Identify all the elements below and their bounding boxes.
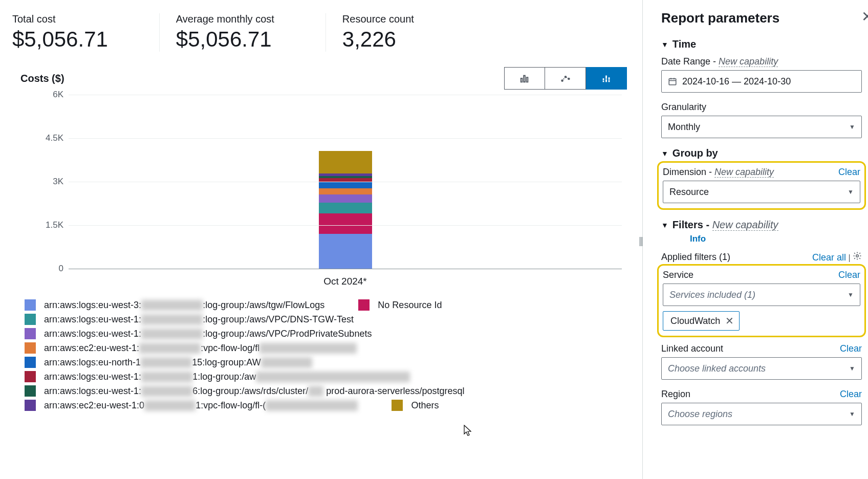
kpi-value: $5,056.71	[176, 27, 274, 52]
legend-swatch	[25, 328, 36, 339]
legend-item[interactable]: arn:aws:logs:eu-west-1:##########6:log-g…	[25, 385, 627, 397]
kpi-row: Total cost $5,056.71 Average monthly cos…	[12, 13, 627, 52]
legend-label: arn:aws:logs:eu-west-3:############:log-…	[44, 300, 324, 311]
chevron-down-icon: ▼	[848, 188, 854, 195]
legend-label: arn:aws:logs:eu-west-1:############:log-…	[44, 314, 354, 325]
legend-swatch	[25, 371, 36, 382]
dimension-highlight: Dimension - New capability Clear Resourc…	[657, 161, 866, 210]
legend-item[interactable]: arn:aws:logs:eu-north-1##########15:log-…	[25, 357, 627, 368]
service-select[interactable]: Services included (1) ▼	[663, 284, 860, 306]
kpi-avg-monthly: Average monthly cost $5,056.71	[159, 13, 305, 52]
svg-rect-9	[605, 79, 607, 82]
calendar-icon	[668, 77, 677, 86]
clear-all-link[interactable]: Clear all	[812, 252, 846, 263]
svg-rect-12	[669, 79, 676, 85]
chevron-down-icon: ▼	[849, 123, 855, 130]
granularity-label: Granularity	[661, 102, 706, 113]
bar-segment[interactable]	[319, 234, 372, 269]
legend-swatch	[25, 299, 36, 311]
legend-item[interactable]: Others	[392, 400, 439, 411]
chevron-down-icon: ▼	[849, 365, 855, 372]
date-range-label: Date Range - New capability	[661, 56, 778, 67]
chart-type-toggle	[504, 67, 627, 90]
grid-line	[69, 182, 622, 182]
legend-label: arn:aws:ec2:eu-west-1:############:vpc-f…	[44, 343, 357, 354]
kpi-value: 3,226	[342, 27, 414, 52]
legend-item[interactable]: arn:aws:ec2:eu-west-1:############:vpc-f…	[25, 342, 627, 354]
dimension-clear-link[interactable]: Clear	[838, 167, 860, 178]
report-parameters-panel: ǁ ✕ Report parameters ▼ Time Date Range …	[643, 0, 868, 479]
kpi-total-cost: Total cost $5,056.71	[12, 13, 139, 52]
legend-item[interactable]: arn:aws:logs:eu-west-1:############:log-…	[25, 328, 627, 339]
legend-swatch	[392, 400, 403, 411]
service-label: Service	[663, 270, 693, 280]
main-panel: Total cost $5,056.71 Average monthly cos…	[0, 0, 643, 479]
legend-swatch	[25, 314, 36, 325]
chevron-down-icon: ▼	[661, 221, 668, 229]
svg-rect-7	[602, 81, 604, 82]
region-clear-link[interactable]: Clear	[840, 389, 862, 400]
bar-segment[interactable]	[319, 188, 372, 194]
legend-item[interactable]: arn:aws:logs:eu-west-3:############:log-…	[25, 299, 627, 311]
svg-point-13	[856, 255, 859, 257]
service-highlight: Service Clear Services included (1) ▼ Cl…	[657, 264, 866, 337]
grid-line	[69, 95, 622, 95]
bar-segment[interactable]	[319, 194, 372, 203]
bar-segment[interactable]	[319, 182, 372, 188]
applied-filters-label: Applied filters (1)	[661, 252, 730, 263]
gear-icon[interactable]	[853, 251, 862, 260]
cursor-icon	[464, 425, 473, 440]
chevron-down-icon: ▼	[848, 291, 854, 298]
linked-account-select[interactable]: Choose linked accounts ▼	[661, 357, 862, 380]
legend-label: arn:aws:logs:eu-north-1##########15:log-…	[44, 357, 312, 368]
y-tick: 1.5K	[46, 220, 63, 230]
svg-rect-6	[602, 78, 604, 80]
y-tick: 3K	[53, 177, 63, 187]
groupby-section-toggle[interactable]: ▼ Group by	[661, 147, 862, 159]
y-tick: 6K	[53, 90, 63, 100]
kpi-value: $5,056.71	[12, 27, 108, 52]
legend-item[interactable]: No Resource Id	[358, 299, 442, 311]
svg-rect-1	[524, 76, 525, 82]
legend-swatch	[25, 385, 36, 397]
stacked-bar-chart-icon	[601, 73, 612, 84]
remove-chip-icon[interactable]: ✕	[725, 315, 734, 327]
bar-chart-icon	[519, 73, 530, 84]
legend-item[interactable]: arn:aws:logs:eu-west-1:############:log-…	[25, 314, 627, 325]
legend-label: arn:aws:logs:eu-west-1:##########1:log-g…	[44, 372, 410, 382]
stacked-bar[interactable]	[319, 151, 372, 269]
linked-account-label: Linked account	[661, 343, 723, 354]
service-clear-link[interactable]: Clear	[838, 270, 860, 280]
dimension-select[interactable]: Resource ▼	[663, 181, 860, 203]
service-chip-cloudwatch: CloudWatch ✕	[663, 311, 740, 331]
legend-item[interactable]: arn:aws:logs:eu-west-1:##########1:log-g…	[25, 371, 627, 382]
legend-swatch	[25, 400, 36, 411]
bar-segment[interactable]	[319, 203, 372, 214]
time-section-toggle[interactable]: ▼ Time	[661, 38, 862, 50]
region-select[interactable]: Choose regions ▼	[661, 403, 862, 425]
date-range-input[interactable]: 2024-10-16 — 2024-10-30	[661, 70, 862, 93]
bar-segment[interactable]	[319, 151, 372, 173]
bar-chart-button[interactable]	[504, 67, 545, 90]
y-tick: 0	[59, 264, 63, 274]
close-icon[interactable]: ✕	[861, 8, 868, 25]
legend-swatch	[358, 299, 370, 311]
region-label: Region	[661, 389, 690, 400]
kpi-label: Resource count	[342, 13, 414, 25]
legend-label: Others	[411, 400, 439, 411]
legend-item[interactable]: arn:aws:ec2:eu-west-1:0##########1:vpc-f…	[25, 400, 627, 411]
filters-section-toggle[interactable]: ▼ Filters - New capability	[661, 219, 862, 231]
line-chart-button[interactable]	[545, 67, 586, 90]
chart: 01.5K3K4.5K6K Oct 2024*	[38, 95, 622, 289]
collapse-handle[interactable]: ǁ	[639, 235, 644, 247]
bar-segment[interactable]	[319, 213, 372, 234]
legend-swatch	[25, 357, 36, 368]
stacked-bar-chart-button[interactable]	[586, 67, 627, 90]
legend-label: No Resource Id	[378, 300, 442, 311]
panel-title: Report parameters	[661, 10, 862, 26]
granularity-select[interactable]: Monthly ▼	[661, 116, 862, 138]
kpi-label: Total cost	[12, 13, 108, 25]
legend: arn:aws:logs:eu-west-3:############:log-…	[12, 299, 627, 411]
linked-clear-link[interactable]: Clear	[840, 343, 862, 354]
filters-info-link[interactable]: Info	[690, 234, 862, 244]
